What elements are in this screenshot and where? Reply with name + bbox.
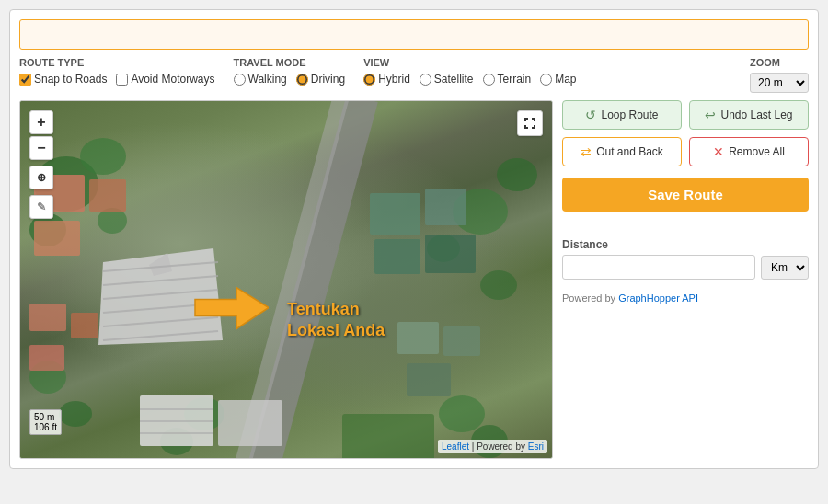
undo-last-leg-label: Undo Last Leg [720,109,792,121]
avoid-motorways-option[interactable]: Avoid Motorways [116,73,214,86]
sidebar: ↺ Loop Route ↩ Undo Last Leg ⇄ Out and B… [562,100,809,459]
unit-select[interactable]: Km Mi [761,256,809,280]
scale-label-feet: 106 ft [34,422,57,432]
outback-icon: ⇄ [581,144,592,159]
undo-icon: ↩ [705,108,716,122]
terrain-option[interactable]: Terrain [483,73,532,86]
svg-rect-26 [89,179,126,212]
location-text-line1: Tentukan [287,299,385,320]
graphhopper-text: Powered by [562,292,615,304]
remove-all-button[interactable]: ✕ Remove All [689,137,809,166]
distance-label: Distance [562,238,809,251]
divider [562,223,809,223]
travel-mode-label: TRAVEL MODE [234,57,346,68]
terrain-radio[interactable] [483,74,495,86]
svg-rect-27 [34,221,80,256]
driving-label: Driving [311,73,345,86]
satellite-option[interactable]: Satellite [420,73,474,86]
svg-point-1 [80,138,126,175]
distance-row: 0.00 Km Mi [562,255,809,280]
esri-link[interactable]: Esri [528,441,544,452]
hybrid-label: Hybrid [378,73,410,86]
svg-point-4 [497,158,537,191]
view-group: VIEW Hybrid Satellite Terrain Map [363,57,576,86]
fullscreen-button[interactable] [517,110,543,136]
svg-marker-45 [195,288,269,329]
save-route-button[interactable]: Save Route [562,178,809,212]
loop-icon: ↺ [585,108,596,122]
remove-icon: ✕ [713,144,724,159]
satellite-radio[interactable] [420,74,431,86]
svg-rect-40 [397,322,439,354]
svg-point-6 [480,270,517,300]
walking-option[interactable]: Walking [234,73,287,86]
terrain-label: Terrain [498,73,532,86]
options-row: ROUTE TYPE Snap to Roads Avoid Motorways… [19,57,809,93]
hybrid-option[interactable]: Hybrid [363,73,410,86]
map-controls: + − ⊕ ✎ [29,110,53,219]
hybrid-radio[interactable] [363,74,375,86]
driving-radio[interactable] [296,74,308,86]
zoom-in-button[interactable]: + [29,110,53,134]
snap-roads-checkbox[interactable] [19,74,31,86]
svg-rect-29 [425,189,466,225]
route-type-options: Snap to Roads Avoid Motorways [19,73,215,86]
avoid-motorways-label: Avoid Motorways [131,73,214,86]
walking-radio[interactable] [234,74,246,86]
leaflet-link[interactable]: Leaflet [442,441,469,452]
scale-label-meters: 50 m [34,412,57,422]
distance-input[interactable]: 0.00 [562,255,755,280]
svg-rect-28 [370,193,420,235]
satellite-label: Satellite [434,73,474,86]
snap-roads-option[interactable]: Snap to Roads [19,73,107,86]
zoom-label: ZOOM [750,57,809,68]
map-attribution: Leaflet | Powered by Esri [438,440,547,453]
zoom-group: ZOOM 5 m 10 m 20 m 50 m 100 m 200 m 500 … [750,57,809,93]
out-and-back-button[interactable]: ⇄ Out and Back [562,137,682,166]
save-route-label: Save Route [648,187,723,202]
avoid-motorways-checkbox[interactable] [116,74,128,86]
map-radio[interactable] [540,74,552,86]
main-container: Sukmajaya, village, Indonesia ROUTE TYPE… [9,9,819,469]
svg-rect-38 [71,313,98,338]
graphhopper-attribution: Powered by GraphHopper API [562,292,809,304]
zoom-out-button[interactable]: − [29,136,53,160]
travel-mode-group: TRAVEL MODE Walking Driving [234,57,346,86]
svg-rect-39 [29,345,64,371]
svg-rect-33 [218,400,282,446]
compass-button[interactable]: ⊕ [29,166,53,189]
route-type-label: ROUTE TYPE [19,57,215,68]
btn-row-2: ⇄ Out and Back ✕ Remove All [562,137,809,166]
view-options: Hybrid Satellite Terrain Map [363,73,576,86]
svg-rect-37 [29,304,66,331]
search-input[interactable]: Sukmajaya, village, Indonesia [19,19,809,50]
route-type-group: ROUTE TYPE Snap to Roads Avoid Motorways [19,57,215,86]
route-edit-button[interactable]: ✎ [29,195,53,219]
graphhopper-link[interactable]: GraphHopper API [618,292,698,304]
loop-route-button[interactable]: ↺ Loop Route [562,100,682,130]
undo-last-leg-button[interactable]: ↩ Undo Last Leg [689,100,809,130]
svg-rect-42 [407,363,451,396]
travel-mode-options: Walking Driving [234,73,346,86]
main-row: Tentukan Lokasi Anda + − ⊕ ✎ 50 m 106 ft [19,100,809,459]
view-label: VIEW [363,57,576,68]
map-container[interactable]: Tentukan Lokasi Anda + − ⊕ ✎ 50 m 106 ft [19,100,553,459]
snap-roads-label: Snap to Roads [34,73,107,86]
location-text-line2: Lokasi Anda [287,320,385,341]
walking-label: Walking [248,73,287,86]
location-arrow [186,281,269,336]
search-bar: Sukmajaya, village, Indonesia [19,19,809,50]
scale-bar: 50 m 106 ft [29,409,62,435]
map-option[interactable]: Map [540,73,576,86]
svg-point-9 [439,395,485,432]
distance-section: Distance 0.00 Km Mi [562,238,809,280]
zoom-select[interactable]: 5 m 10 m 20 m 50 m 100 m 200 m 500 m [750,73,809,93]
arrow-svg [186,281,269,336]
svg-rect-14 [342,414,434,458]
svg-point-12 [59,401,92,427]
svg-rect-41 [443,326,480,356]
fullscreen-icon [523,117,536,130]
loop-route-label: Loop Route [601,109,658,121]
remove-all-label: Remove All [729,145,785,158]
driving-option[interactable]: Driving [296,73,345,86]
